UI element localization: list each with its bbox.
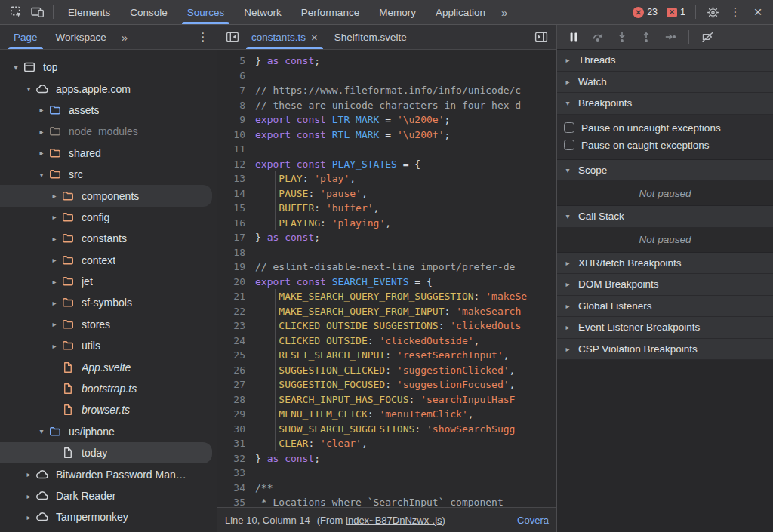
editor-tab-shelfitem-svelte[interactable]: ShelfItem.svelte — [326, 25, 415, 49]
tree-item-assets[interactable]: ▸assets — [0, 100, 217, 121]
tree-item-top[interactable]: ▾top — [0, 57, 217, 78]
tree-item-shared[interactable]: ▸shared — [0, 143, 217, 164]
tab-application[interactable]: Application — [426, 0, 495, 24]
line-number[interactable]: 10 — [217, 128, 255, 143]
code-text[interactable]: MAKE_SEARCH_QUERY_FROM_INPUT: 'makeSearc… — [255, 304, 556, 319]
section-csp-violation-breakpoints[interactable]: ▸ CSP Violation Breakpoints — [557, 339, 773, 361]
code-text[interactable]: SEARCH_INPUT_HAS_FOCUS: 'searchInputHasF — [255, 392, 556, 407]
tree-item-app-svelte[interactable]: App.svelte — [0, 356, 217, 377]
chevron-down-icon[interactable]: ▾ — [35, 427, 48, 435]
chevron-right-icon[interactable]: ▸ — [22, 470, 35, 478]
pause-caught-exceptions-row[interactable]: Pause on caught exceptions — [557, 137, 773, 154]
tree-item-us-iphone[interactable]: ▾us/iphone — [0, 421, 217, 442]
code-text[interactable] — [255, 69, 556, 84]
line-number[interactable]: 9 — [217, 112, 255, 128]
more-options-kebab-icon[interactable]: ⋮ — [725, 2, 746, 22]
code-text[interactable] — [255, 466, 556, 481]
line-number[interactable]: 22 — [217, 304, 255, 319]
code-text[interactable]: SUGGESTION_CLICKED: 'suggestionClicked', — [255, 363, 556, 378]
more-navigator-tabs-icon[interactable]: » — [115, 31, 134, 44]
code-text[interactable]: SUGGESTION_FOCUSED: 'suggestionFocused', — [255, 377, 556, 392]
section-breakpoints[interactable]: ▾ Breakpoints — [557, 93, 773, 115]
code-text[interactable]: export const RTL_MARK = '\u200f'; — [255, 128, 556, 143]
tree-item-bootstrap-ts[interactable]: bootstrap.ts — [0, 378, 217, 399]
tab-console[interactable]: Console — [120, 0, 177, 24]
code-text[interactable]: // eslint-disable-next-line import/prefe… — [255, 260, 556, 275]
code-text[interactable]: // these are unicode characters in four … — [255, 98, 556, 113]
code-text[interactable]: CLICKED_OUTSIDE_SUGGESTIONS: 'clickedOut… — [255, 318, 556, 334]
line-number[interactable]: 18 — [217, 245, 255, 260]
line-number[interactable]: 7 — [217, 83, 255, 98]
line-number[interactable]: 13 — [217, 171, 255, 186]
section-global-listeners[interactable]: ▸ Global Listeners — [557, 296, 773, 318]
step-icon[interactable] — [660, 27, 681, 47]
chevron-right-icon[interactable]: ▸ — [48, 299, 61, 307]
hide-navigator-icon[interactable] — [222, 27, 243, 47]
editor-tab-constants-ts[interactable]: constants.ts × — [243, 25, 326, 49]
device-toolbar-icon[interactable] — [27, 2, 48, 22]
section-call-stack[interactable]: ▾ Call Stack — [557, 206, 773, 228]
tab-workspace[interactable]: Workspace — [47, 25, 115, 49]
code-text[interactable]: } as const; — [255, 54, 556, 69]
pause-uncaught-checkbox[interactable] — [564, 122, 574, 133]
code-text[interactable]: PAUSE: 'pause', — [255, 186, 556, 201]
line-number[interactable]: 29 — [217, 407, 255, 422]
line-number[interactable]: 33 — [217, 466, 255, 481]
console-errors-badge[interactable]: ✕ 23 — [629, 7, 661, 18]
line-number[interactable]: 8 — [217, 98, 255, 113]
code-text[interactable] — [255, 142, 556, 157]
source-map-file-link[interactable]: index~B87DnNzwx-.js — [346, 515, 442, 526]
chevron-right-icon[interactable]: ▸ — [48, 320, 61, 328]
line-number[interactable]: 27 — [217, 377, 255, 392]
code-text[interactable]: PLAY: 'play', — [255, 171, 556, 186]
chevron-right-icon[interactable]: ▸ — [48, 213, 61, 221]
section-xhr-fetch-breakpoints[interactable]: ▸ XHR/fetch Breakpoints — [557, 253, 773, 275]
chevron-down-icon[interactable]: ▾ — [35, 171, 48, 179]
chevron-right-icon[interactable]: ▸ — [48, 278, 61, 286]
line-number[interactable]: 17 — [217, 230, 255, 245]
line-number[interactable]: 16 — [217, 216, 255, 231]
code-text[interactable]: PLAYING: 'playing', — [255, 216, 556, 231]
step-into-icon[interactable] — [611, 27, 633, 47]
tree-item-context[interactable]: ▸context — [0, 250, 217, 271]
section-threads[interactable]: ▸ Threads — [557, 50, 773, 72]
code-text[interactable]: } as const; — [255, 230, 556, 245]
line-number[interactable]: 14 — [217, 186, 255, 201]
chevron-right-icon[interactable]: ▸ — [48, 342, 61, 350]
tree-item-apps-apple-com[interactable]: ▾apps.apple.com — [0, 78, 217, 99]
tree-item-dark-reader[interactable]: ▸Dark Reader — [0, 485, 217, 506]
section-scope[interactable]: ▾ Scope — [557, 160, 773, 182]
chevron-right-icon[interactable]: ▸ — [35, 149, 48, 157]
pause-caught-checkbox[interactable] — [564, 140, 574, 150]
navigator-kebab-icon[interactable]: ⋮ — [192, 27, 214, 47]
show-debugger-icon[interactable] — [531, 27, 552, 47]
line-number[interactable]: 20 — [217, 275, 255, 290]
line-number[interactable]: 15 — [217, 201, 255, 216]
more-panels-icon[interactable]: » — [495, 6, 513, 19]
tree-item-sf-symbols[interactable]: ▸sf-symbols — [0, 292, 217, 313]
code-text[interactable]: export const PLAY_STATES = { — [255, 157, 556, 172]
tab-elements[interactable]: Elements — [58, 0, 120, 24]
line-number[interactable]: 34 — [217, 481, 255, 496]
close-devtools-icon[interactable]: × — [747, 2, 768, 22]
tree-item-today[interactable]: today — [0, 442, 212, 463]
chevron-right-icon[interactable]: ▸ — [22, 492, 35, 500]
chevron-right-icon[interactable]: ▸ — [22, 513, 35, 521]
line-number[interactable]: 30 — [217, 422, 255, 437]
code-text[interactable]: SHOW_SEARCH_SUGGESTIONS: 'showSearchSugg — [255, 422, 556, 437]
code-text[interactable]: * Locations where `SearchInput` componen… — [255, 495, 556, 507]
tab-performance[interactable]: Performance — [291, 0, 369, 24]
issues-badge[interactable]: ✕ 1 — [663, 7, 689, 17]
code-text[interactable]: } as const; — [255, 451, 556, 466]
tab-network[interactable]: Network — [234, 0, 291, 24]
code-text[interactable] — [255, 245, 556, 260]
step-out-icon[interactable] — [636, 27, 657, 47]
code-editor[interactable]: 5} as const;67// https://www.fileformat.… — [217, 50, 556, 507]
line-number[interactable]: 6 — [217, 69, 255, 84]
inspect-element-icon[interactable] — [6, 2, 27, 22]
pause-icon[interactable] — [563, 27, 584, 47]
line-number[interactable]: 35 — [217, 495, 255, 507]
line-number[interactable]: 11 — [217, 142, 255, 157]
chevron-right-icon[interactable]: ▸ — [48, 192, 61, 200]
code-text[interactable]: BUFFER: 'buffer', — [255, 201, 556, 216]
